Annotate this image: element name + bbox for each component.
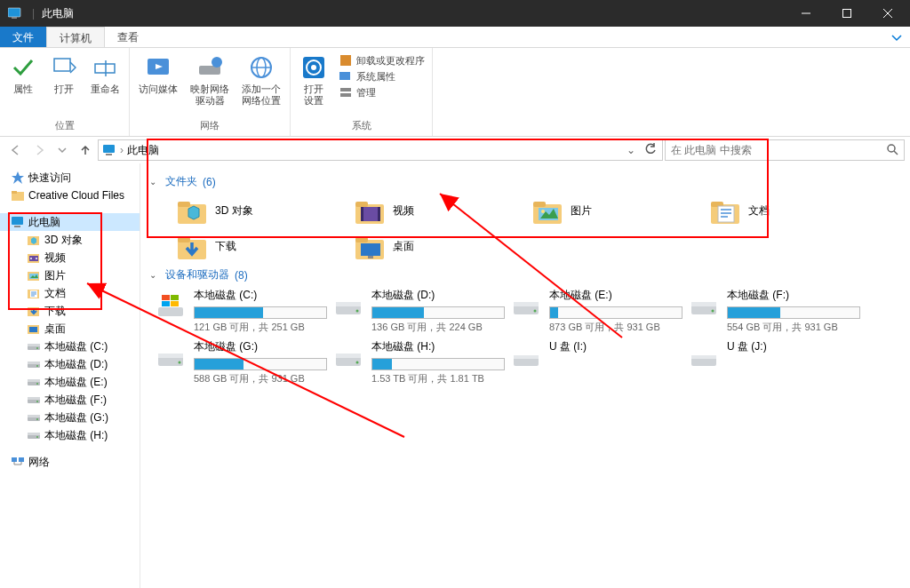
drive-usage-text: 554 GB 可用，共 931 GB — [727, 321, 860, 334]
drive-item[interactable]: 本地磁盘 (D:)136 GB 可用，共 224 GB — [327, 288, 505, 332]
dl-folder-icon — [176, 232, 208, 260]
sidebar-item-label: 3D 对象 — [44, 233, 83, 248]
minimize-button[interactable] — [786, 0, 826, 27]
svg-rect-118 — [691, 355, 716, 359]
video-icon — [27, 250, 41, 265]
folder-item[interactable]: 下载 — [149, 230, 327, 262]
sidebar-item-label: Creative Cloud Files — [28, 189, 124, 202]
svg-rect-66 — [12, 457, 17, 462]
folders-grid: 3D 对象视频图片文档下载桌面 — [149, 195, 901, 262]
sidebar-item[interactable]: 本地磁盘 (H:) — [0, 426, 140, 444]
folder-item[interactable]: 3D 对象 — [149, 195, 327, 226]
nav-back-button[interactable] — [5, 139, 27, 161]
tab-computer[interactable]: 计算机 — [46, 27, 105, 47]
ribbon-access-media[interactable]: 访问媒体 — [135, 50, 181, 95]
ribbon-collapse-button[interactable] — [883, 27, 910, 47]
svg-rect-3 — [843, 10, 851, 18]
sidebar-item[interactable]: 快速访问 — [0, 169, 140, 187]
sidebar-item[interactable]: 本地磁盘 (C:) — [0, 338, 140, 355]
breadcrumb-segment[interactable]: 此电脑 — [127, 143, 159, 158]
folder-item[interactable]: 桌面 — [327, 230, 505, 262]
sidebar-item[interactable]: 3D 对象 — [0, 231, 140, 249]
chevron-down-icon: ⌄ — [149, 270, 160, 280]
drive-item[interactable]: 本地磁盘 (H:)1.53 TB 可用，共 1.81 TB — [327, 339, 505, 384]
maximize-button[interactable] — [826, 0, 867, 27]
sidebar-item[interactable]: 网络 — [0, 453, 140, 471]
svg-point-25 — [888, 145, 895, 152]
svg-rect-98 — [162, 301, 170, 306]
doc-icon — [27, 286, 41, 300]
svg-point-105 — [534, 310, 537, 313]
svg-rect-92 — [355, 237, 368, 242]
section-folders-header[interactable]: ⌄ 文件夹 (6) — [149, 174, 901, 189]
tab-view[interactable]: 查看 — [105, 27, 151, 47]
ribbon-manage[interactable]: 管理 — [339, 85, 425, 99]
ribbon-add-network-location[interactable]: 添加一个 网络位置 — [238, 50, 284, 107]
address-bar[interactable]: › 此电脑 ⌄ — [98, 139, 663, 161]
nav-recent-button[interactable] — [52, 139, 73, 161]
drive-usage-text: 588 GB 可用，共 931 GB — [194, 372, 327, 385]
ribbon-uninstall[interactable]: 卸载或更改程序 — [339, 53, 425, 68]
drive-item[interactable]: 本地磁盘 (G:)588 GB 可用，共 931 GB — [149, 339, 327, 384]
nav-up-button[interactable] — [75, 139, 96, 161]
open-icon — [50, 53, 78, 82]
drive-name: 本地磁盘 (E:) — [549, 288, 682, 303]
sidebar-item[interactable]: 下载 — [0, 302, 140, 320]
drive-item[interactable]: 本地磁盘 (F:)554 GB 可用，共 931 GB — [682, 288, 860, 332]
svg-rect-0 — [8, 8, 20, 17]
folder-item[interactable]: 视频 — [327, 195, 505, 226]
svg-rect-72 — [178, 202, 190, 207]
drive-name: 本地磁盘 (H:) — [371, 339, 505, 354]
properties-icon — [339, 69, 353, 83]
drive-usage-bar — [727, 306, 860, 319]
sidebar-item-label: 快速访问 — [28, 171, 71, 186]
drive-item[interactable]: U 盘 (J:) — [682, 339, 860, 384]
ribbon-map-drive[interactable]: 映射网络 驱动器 — [187, 50, 233, 107]
sidebar-item-label: 此电脑 — [28, 215, 60, 230]
drive-name: U 盘 (I:) — [549, 339, 682, 354]
ribbon-open-settings[interactable]: 打开 设置 — [296, 50, 331, 107]
sidebar-item[interactable]: 桌面 — [0, 320, 140, 338]
pc-icon — [11, 215, 25, 229]
chevron-down-icon[interactable]: ⌄ — [623, 144, 639, 156]
ribbon-rename[interactable]: 重命名 — [87, 50, 124, 95]
ribbon-open[interactable]: 打开 — [46, 50, 82, 95]
sidebar-item[interactable]: 本地磁盘 (G:) — [0, 409, 140, 426]
sidebar-item[interactable]: 此电脑 — [0, 213, 140, 231]
svg-rect-97 — [171, 295, 179, 300]
sidebar-item-label: 本地磁盘 (G:) — [44, 410, 108, 425]
ribbon-system-props[interactable]: 系统属性 — [339, 69, 425, 83]
nav-forward-button[interactable] — [28, 139, 50, 161]
folder-item[interactable]: 图片 — [505, 195, 682, 226]
svg-rect-22 — [340, 93, 351, 97]
folder-item[interactable]: 文档 — [682, 195, 860, 226]
sidebar-item[interactable]: 本地磁盘 (D:) — [0, 355, 140, 373]
drive-item[interactable]: U 盘 (I:) — [505, 339, 682, 384]
section-drives-header[interactable]: ⌄ 设备和驱动器 (8) — [149, 267, 901, 282]
ribbon-properties[interactable]: 属性 — [5, 50, 41, 95]
checkmark-icon — [9, 53, 37, 82]
refresh-button[interactable] — [643, 143, 659, 158]
chevron-right-icon: › — [120, 144, 124, 156]
sidebar-item-label: 本地磁盘 (H:) — [44, 428, 108, 443]
sidebar-item[interactable]: 文档 — [0, 284, 140, 302]
svg-rect-30 — [12, 217, 23, 225]
drive-item[interactable]: 本地磁盘 (E:)873 GB 可用，共 931 GB — [505, 288, 682, 332]
sidebar-item[interactable]: 视频 — [0, 249, 140, 266]
sidebar-item[interactable]: 本地磁盘 (F:) — [0, 391, 140, 409]
close-button[interactable] — [867, 0, 908, 27]
svg-point-36 — [36, 258, 37, 259]
drive-item[interactable]: 本地磁盘 (C:)121 GB 可用，共 251 GB — [149, 288, 327, 332]
sidebar-item[interactable]: Creative Cloud Files — [0, 187, 140, 204]
drive-icon — [688, 339, 720, 371]
search-box[interactable] — [665, 139, 905, 161]
sidebar-item[interactable]: 本地磁盘 (E:) — [0, 373, 140, 391]
svg-point-65 — [36, 436, 38, 438]
tab-file[interactable]: 文件 — [0, 27, 46, 47]
search-input[interactable] — [671, 144, 886, 156]
manage-icon — [339, 85, 353, 99]
svg-rect-76 — [361, 207, 363, 221]
sidebar-item-label: 图片 — [44, 268, 66, 283]
svg-line-26 — [894, 151, 898, 155]
sidebar-item[interactable]: 图片 — [0, 266, 140, 284]
